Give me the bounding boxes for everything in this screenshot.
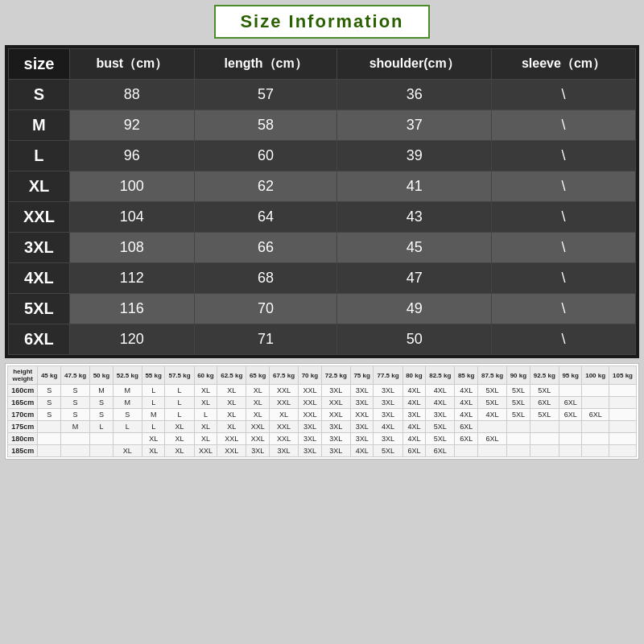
ref-size-cell: 6XL [530, 397, 559, 409]
ref-size-cell: 3XL [299, 421, 321, 433]
ref-size-cell: XL [165, 445, 194, 457]
ref-size-cell: XL [246, 385, 269, 397]
ref-size-cell [559, 421, 581, 433]
table-header-row: size bust（cm） length（cm） shoulder(cm） sl… [9, 49, 636, 80]
table-row: M 92 58 37 \ [9, 110, 636, 141]
shoulder-cell: 36 [337, 80, 492, 110]
bust-cell: 120 [69, 324, 194, 355]
ref-table-row: 160cmSSMMLLXLXLXLXXLXXL3XL3XL3XL4XL4XL4X… [8, 385, 637, 397]
ref-size-cell: 3XL [269, 445, 298, 457]
ref-weight-header: 72.5 kg [321, 366, 350, 385]
ref-size-cell: XL [217, 397, 246, 409]
ref-size-cell: 3XL [426, 409, 455, 421]
size-cell: S [9, 80, 70, 110]
ref-size-cell [609, 445, 637, 457]
sleeve-cell: \ [491, 141, 635, 171]
size-cell: L [9, 141, 70, 171]
size-cell: 4XL [9, 263, 70, 294]
ref-size-cell: 4XL [350, 445, 373, 457]
bust-cell: 96 [69, 141, 194, 171]
ref-weight-header: 85 kg [455, 366, 477, 385]
ref-size-cell: S [90, 409, 113, 421]
ref-size-cell [455, 445, 477, 457]
col-header-size: size [9, 49, 70, 80]
ref-size-cell [582, 445, 609, 457]
ref-size-cell [38, 433, 60, 445]
ref-size-cell: XXL [217, 433, 246, 445]
ref-size-cell: 4XL [426, 397, 455, 409]
ref-size-cell: 4XL [455, 409, 477, 421]
ref-size-cell: S [60, 385, 89, 397]
col-header-bust: bust（cm） [69, 49, 194, 80]
length-cell: 58 [194, 110, 337, 141]
ref-size-cell: XXL [321, 397, 350, 409]
ref-table-wrapper: heightweight 45 kg47.5 kg50 kg52.5 kg55 … [5, 363, 639, 460]
length-cell: 66 [194, 233, 337, 263]
ref-size-cell: 4XL [402, 433, 425, 445]
ref-size-cell: 3XL [321, 445, 350, 457]
bust-cell: 112 [69, 263, 194, 294]
ref-size-cell: XL [217, 421, 246, 433]
ref-size-cell: 4XL [402, 397, 425, 409]
ref-size-cell: M [90, 385, 113, 397]
table-row: XXL 104 64 43 \ [9, 202, 636, 233]
ref-size-cell: 3XL [299, 445, 321, 457]
ref-size-cell [530, 421, 559, 433]
table-row: L 96 60 39 \ [9, 141, 636, 171]
table-row: S 88 57 36 \ [9, 80, 636, 110]
ref-size-cell: 6XL [402, 445, 425, 457]
ref-size-cell: L [165, 409, 194, 421]
shoulder-cell: 39 [337, 141, 492, 171]
size-cell: M [9, 110, 70, 141]
length-cell: 68 [194, 263, 337, 294]
shoulder-cell: 50 [337, 324, 492, 355]
ref-size-cell [90, 433, 113, 445]
ref-size-cell: 5XL [477, 397, 506, 409]
ref-size-cell: XL [194, 433, 217, 445]
ref-size-cell: 6XL [559, 409, 581, 421]
bust-cell: 88 [69, 80, 194, 110]
bust-cell: 108 [69, 233, 194, 263]
length-cell: 57 [194, 80, 337, 110]
ref-weight-header: 60 kg [194, 366, 217, 385]
ref-weight-header: 100 kg [582, 366, 609, 385]
ref-size-cell: 5XL [426, 421, 455, 433]
shoulder-cell: 49 [337, 294, 492, 324]
ref-table-row: 165cmSSSMLLXLXLXLXXLXXLXXL3XL3XL4XL4XL4X… [8, 397, 637, 409]
ref-size-cell [507, 433, 530, 445]
bust-cell: 116 [69, 294, 194, 324]
ref-size-cell: M [113, 397, 142, 409]
ref-table-row: 185cmXLXLXLXXLXXL3XL3XL3XL3XL4XL5XL6XL6X… [8, 445, 637, 457]
length-cell: 60 [194, 141, 337, 171]
ref-size-cell: 3XL [374, 397, 402, 409]
ref-height-cell: 165cm [8, 397, 38, 409]
ref-size-cell: 4XL [402, 421, 425, 433]
ref-size-cell [530, 433, 559, 445]
ref-height-cell: 180cm [8, 433, 38, 445]
ref-size-cell: 6XL [582, 409, 609, 421]
shoulder-cell: 41 [337, 171, 492, 202]
ref-size-cell: L [142, 385, 164, 397]
ref-weight-header: 90 kg [507, 366, 530, 385]
ref-size-cell: 5XL [507, 409, 530, 421]
sleeve-cell: \ [491, 171, 635, 202]
ref-size-cell: 5XL [530, 409, 559, 421]
ref-size-cell: 3XL [350, 385, 373, 397]
ref-size-cell: M [113, 385, 142, 397]
ref-weight-header: 105 kg [609, 366, 637, 385]
ref-header-height: heightweight [8, 366, 38, 385]
ref-size-cell: XL [217, 409, 246, 421]
sleeve-cell: \ [491, 202, 635, 233]
sleeve-cell: \ [491, 80, 635, 110]
ref-size-cell: 3XL [299, 433, 321, 445]
ref-table-row: 170cmSSSSMLLXLXLXLXXLXXLXXL3XL3XL3XL4XL4… [8, 409, 637, 421]
ref-weight-header: 80 kg [402, 366, 425, 385]
ref-size-cell: XL [246, 397, 269, 409]
shoulder-cell: 47 [337, 263, 492, 294]
ref-size-cell: XL [194, 397, 217, 409]
ref-size-cell: 4XL [477, 409, 506, 421]
table-row: XL 100 62 41 \ [9, 171, 636, 202]
ref-height-cell: 160cm [8, 385, 38, 397]
shoulder-cell: 43 [337, 202, 492, 233]
ref-size-cell: XL [165, 433, 194, 445]
